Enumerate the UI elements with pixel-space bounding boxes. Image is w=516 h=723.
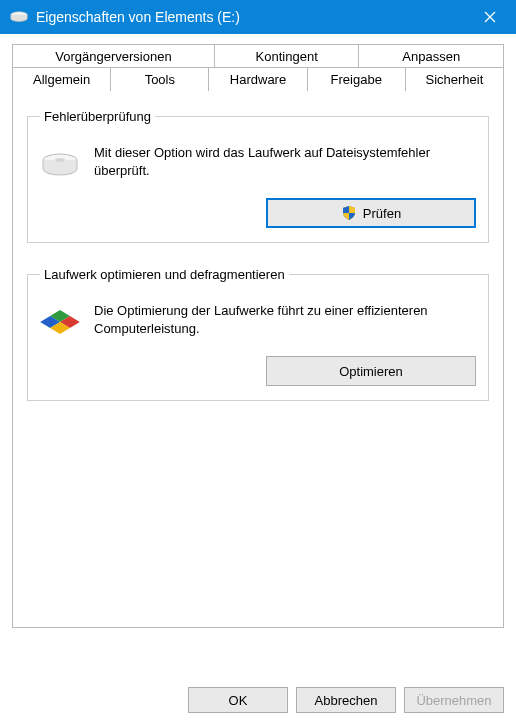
ok-button[interactable]: OK: [188, 687, 288, 713]
error-check-text: Mit dieser Option wird das Laufwerk auf …: [94, 144, 476, 179]
tab-security[interactable]: Sicherheit: [405, 67, 504, 91]
tab-customize[interactable]: Anpassen: [358, 44, 504, 68]
tab-hardware[interactable]: Hardware: [208, 67, 307, 91]
optimize-text: Die Optimierung der Laufwerke führt zu e…: [94, 302, 476, 337]
tab-sharing[interactable]: Freigabe: [307, 67, 406, 91]
tab-quota[interactable]: Kontingent: [214, 44, 360, 68]
shield-icon: [341, 205, 357, 221]
dialog-footer: OK Abbrechen Übernehmen: [0, 679, 516, 721]
svg-point-4: [55, 158, 65, 162]
optimize-button-label: Optimieren: [339, 364, 403, 379]
cancel-button[interactable]: Abbrechen: [296, 687, 396, 713]
tabs: Vorgängerversionen Kontingent Anpassen A…: [12, 44, 504, 628]
group-optimize: Laufwerk optimieren und defragmentieren: [27, 267, 489, 401]
check-button-label: Prüfen: [363, 206, 401, 221]
titlebar: Eigenschaften von Elements (E:): [0, 0, 516, 34]
drive-icon: [10, 10, 28, 24]
tab-panel-tools: Fehlerüberprüfung Mit dieser Option wird…: [12, 90, 504, 628]
drive-large-icon: [40, 144, 80, 184]
group-optimize-legend: Laufwerk optimieren und defragmentieren: [40, 267, 289, 282]
defrag-icon: [40, 302, 80, 342]
tab-previous-versions[interactable]: Vorgängerversionen: [12, 44, 215, 68]
content-area: Vorgängerversionen Kontingent Anpassen A…: [0, 34, 516, 679]
optimize-button[interactable]: Optimieren: [266, 356, 476, 386]
tab-tools[interactable]: Tools: [110, 67, 209, 91]
close-button[interactable]: [470, 0, 510, 34]
apply-button: Übernehmen: [404, 687, 504, 713]
window-title: Eigenschaften von Elements (E:): [36, 9, 470, 25]
group-error-check-legend: Fehlerüberprüfung: [40, 109, 155, 124]
group-error-check: Fehlerüberprüfung Mit dieser Option wird…: [27, 109, 489, 243]
tab-general[interactable]: Allgemein: [12, 67, 111, 91]
check-button[interactable]: Prüfen: [266, 198, 476, 228]
